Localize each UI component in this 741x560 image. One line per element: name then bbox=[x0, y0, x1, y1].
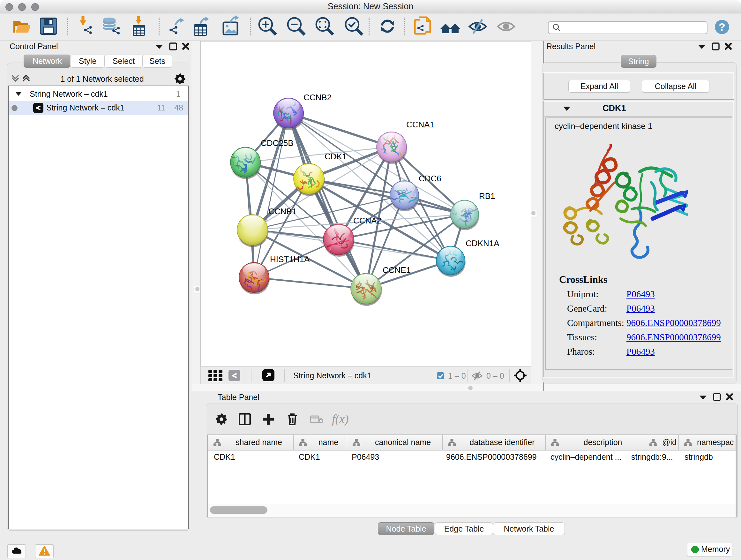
svg-text:HIST1H1A: HIST1H1A bbox=[270, 254, 310, 264]
svg-text:CCNE1: CCNE1 bbox=[383, 265, 411, 275]
svg-text:RB1: RB1 bbox=[479, 191, 495, 201]
svg-text:CCNB1: CCNB1 bbox=[268, 206, 296, 216]
svg-text:CCNA1: CCNA1 bbox=[406, 120, 434, 129]
svg-text:CCNA2: CCNA2 bbox=[353, 216, 381, 226]
svg-text:CDC25B: CDC25B bbox=[261, 138, 293, 148]
svg-text:CDK1: CDK1 bbox=[325, 152, 347, 161]
svg-text:CCNB2: CCNB2 bbox=[304, 92, 332, 102]
svg-text:CDKN1A: CDKN1A bbox=[466, 239, 499, 248]
svg-text:CDC6: CDC6 bbox=[419, 174, 441, 183]
